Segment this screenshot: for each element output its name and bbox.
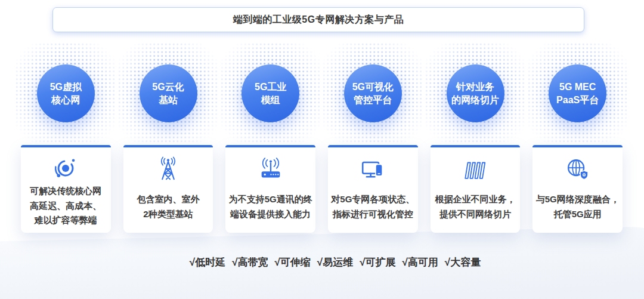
card-mec-paas: 与5G网络深度融合， 托管5G应用: [532, 145, 623, 233]
title-banner: 端到端的工业级5G专网解决方案与产品: [52, 7, 584, 32]
circle-label: 5G MEC PaaS平台: [556, 81, 599, 106]
card-description: 与5G网络深度融合， 托管5G应用: [536, 192, 620, 222]
base-station-tower-icon: [154, 153, 182, 186]
feature-item: √高可用: [402, 255, 438, 269]
feature-item: √可伸缩: [274, 255, 310, 269]
feature-item: √可扩展: [360, 255, 395, 269]
card-virtual-core: 可解决传统核心网 高延迟、高成本、 难以扩容等弊端: [21, 145, 111, 233]
feature-item: √大容量: [445, 255, 481, 269]
core-network-orbit-icon: [52, 153, 79, 184]
feature-item: √易运维: [317, 255, 353, 269]
card-description: 为不支持5G通讯的终 端设备提供接入能力: [229, 192, 312, 222]
router-module-icon: [257, 153, 284, 186]
card-network-slicing: 根据企业不同业务， 提供不同网络切片: [431, 145, 521, 233]
circle-label: 5G可视化 管控平台: [352, 81, 394, 106]
solution-circles-row: 5G虚拟 核心网 5G云化 基站 5G工业 模组 5G可视化 管控平台 针对业务…: [21, 58, 623, 129]
feature-list: √低时延 √高带宽 √可伸缩 √易运维 √可扩展 √高可用 √大容量: [13, 255, 644, 269]
card-description: 可解决传统核心网 高延迟、高成本、 难以扩容等弊端: [30, 184, 101, 228]
card-description: 包含室内、室外 2种类型基站: [137, 192, 200, 222]
network-slices-icon: [462, 153, 489, 186]
card-description: 根据企业不同业务， 提供不同网络切片: [435, 192, 516, 222]
infographic-5g-solution: 端到端的工业级5G专网解决方案与产品 5G虚拟 核心网 5G云化 基站 5G工业…: [0, 0, 644, 299]
column-visual-platform: 5G可视化 管控平台: [328, 58, 418, 129]
column-virtual-core: 5G虚拟 核心网: [21, 58, 111, 129]
column-network-slicing: 针对业务 的网络切片: [431, 58, 521, 129]
circle-label: 针对业务 的网络切片: [451, 81, 499, 106]
feature-item: √低时延: [190, 255, 225, 269]
solution-circle: 5G虚拟 核心网: [37, 64, 95, 122]
solution-circle: 针对业务 的网络切片: [447, 64, 504, 122]
globe-shield-icon: [564, 153, 592, 186]
solution-circle: 5G可视化 管控平台: [344, 64, 402, 122]
card-visual-platform: 对5G专网各项状态、 指标进行可视化管控: [328, 145, 418, 233]
solution-circle: 5G MEC PaaS平台: [549, 64, 606, 122]
card-description: 对5G专网各项状态、 指标进行可视化管控: [331, 192, 414, 222]
feature-item: √高带宽: [232, 255, 268, 269]
solution-circle: 5G工业 模组: [242, 64, 299, 122]
column-industrial-module: 5G工业 模组: [225, 58, 315, 129]
page-title: 端到端的工业级5G专网解决方案与产品: [233, 14, 404, 26]
card-industrial-module: 为不支持5G通讯的终 端设备提供接入能力: [225, 145, 315, 233]
column-mec-paas: 5G MEC PaaS平台: [532, 58, 623, 129]
circle-label: 5G云化 基站: [152, 81, 184, 106]
solution-cards-row: 可解决传统核心网 高延迟、高成本、 难以扩容等弊端 包含室内、室外 2种类型基站: [21, 145, 623, 233]
circle-label: 5G虚拟 核心网: [50, 81, 82, 106]
solution-circle: 5G云化 基站: [140, 64, 197, 122]
monitor-phone-icon: [359, 153, 386, 186]
circle-label: 5G工业 模组: [255, 81, 286, 106]
column-cloud-basestation: 5G云化 基站: [123, 58, 213, 129]
card-cloud-basestation: 包含室内、室外 2种类型基站: [123, 145, 213, 233]
